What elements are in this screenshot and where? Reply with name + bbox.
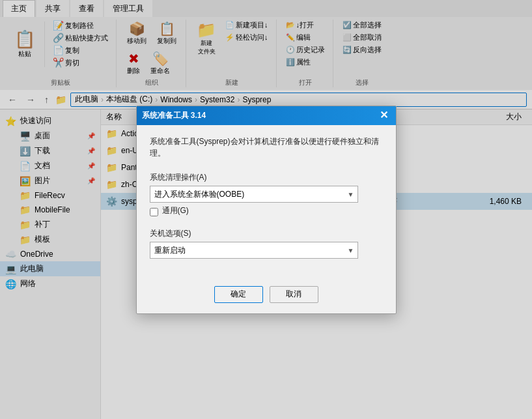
shutdown-field: 关机选项(S) 重新启动 关机 退出 ▼ [150, 228, 383, 259]
generalize-label[interactable]: 通用(G) [162, 205, 189, 216]
cancel-button[interactable]: 取消 [270, 286, 318, 303]
cleanup-action-select[interactable]: 进入系统全新体验(OOBE) 进入系统审核模式 [150, 186, 358, 203]
shutdown-label: 关机选项(S) [150, 228, 383, 239]
shutdown-select-wrapper: 重新启动 关机 退出 ▼ [150, 242, 358, 259]
dialog-title: 系统准备工具 3.14 [142, 110, 377, 121]
sysprep-dialog: 系统准备工具 3.14 ✕ 系统准备工具(Sysprep)会对计算机进行准备以便… [136, 106, 397, 314]
dialog-footer: 确定 取消 [137, 278, 396, 313]
generalize-checkbox-row: 通用(G) [150, 205, 383, 219]
shutdown-select[interactable]: 重新启动 关机 退出 [150, 242, 358, 259]
dialog-titlebar: 系统准备工具 3.14 ✕ [137, 106, 396, 125]
dialog-overlay: 系统准备工具 3.14 ✕ 系统准备工具(Sysprep)会对计算机进行准备以便… [0, 0, 532, 419]
cleanup-action-label: 系统清理操作(A) [150, 172, 383, 183]
cleanup-action-field: 系统清理操作(A) 进入系统全新体验(OOBE) 进入系统审核模式 ▼ 通用(G… [150, 172, 383, 219]
generalize-checkbox[interactable] [150, 208, 158, 216]
dialog-close-button[interactable]: ✕ [377, 110, 391, 121]
dialog-description: 系统准备工具(Sysprep)会对计算机进行准备以便进行硬件独立和清理。 [150, 136, 383, 159]
cleanup-action-select-wrapper: 进入系统全新体验(OOBE) 进入系统审核模式 ▼ [150, 186, 358, 203]
ok-button[interactable]: 确定 [214, 286, 263, 303]
dialog-body: 系统准备工具(Sysprep)会对计算机进行准备以便进行硬件独立和清理。 系统清… [137, 125, 396, 278]
